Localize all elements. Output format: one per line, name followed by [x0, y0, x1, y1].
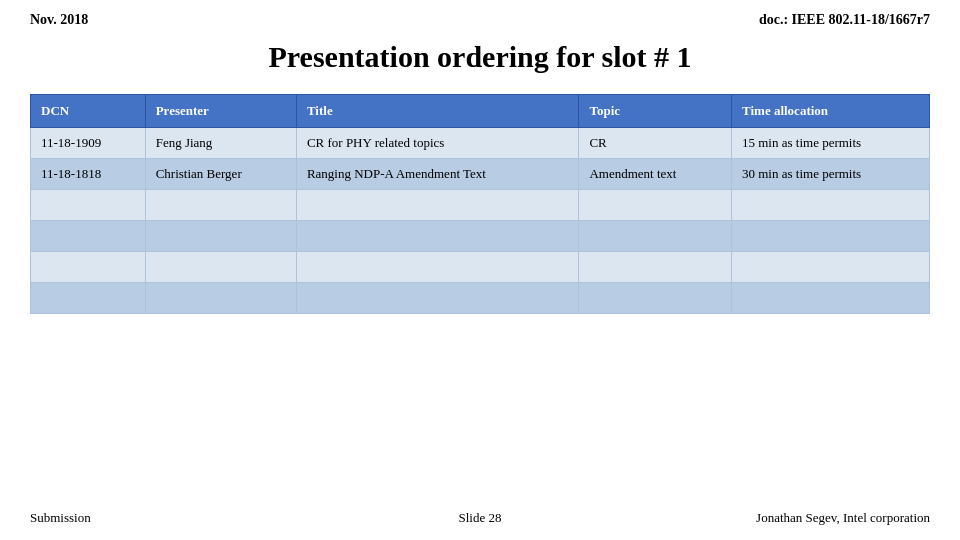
cell-title — [296, 252, 579, 283]
cell-time_allocation — [732, 283, 930, 314]
cell-time_allocation: 15 min as time permits — [732, 128, 930, 159]
cell-presenter: Feng Jiang — [145, 128, 296, 159]
cell-dcn — [31, 190, 146, 221]
table-row: 11-18-1909Feng JiangCR for PHY related t… — [31, 128, 930, 159]
cell-title: Ranging NDP-A Amendment Text — [296, 159, 579, 190]
cell-presenter: Christian Berger — [145, 159, 296, 190]
cell-presenter — [145, 283, 296, 314]
cell-presenter — [145, 190, 296, 221]
col-header-dcn: DCN — [31, 95, 146, 128]
header-left: Nov. 2018 — [30, 12, 88, 28]
main-table-container: DCN Presenter Title Topic Time allocatio… — [30, 94, 930, 314]
col-header-presenter: Presenter — [145, 95, 296, 128]
cell-presenter — [145, 221, 296, 252]
table-row: 11-18-1818Christian BergerRanging NDP-A … — [31, 159, 930, 190]
table-row — [31, 190, 930, 221]
cell-dcn — [31, 252, 146, 283]
footer-left: Submission — [30, 510, 91, 526]
table-row — [31, 283, 930, 314]
page-title: Presentation ordering for slot # 1 — [0, 40, 960, 74]
col-header-time: Time allocation — [732, 95, 930, 128]
footer-right: Jonathan Segev, Intel corporation — [756, 510, 930, 526]
table-header-row: DCN Presenter Title Topic Time allocatio… — [31, 95, 930, 128]
cell-title — [296, 221, 579, 252]
cell-title: CR for PHY related topics — [296, 128, 579, 159]
cell-title — [296, 283, 579, 314]
presentation-table: DCN Presenter Title Topic Time allocatio… — [30, 94, 930, 314]
cell-time_allocation — [732, 252, 930, 283]
table-row — [31, 252, 930, 283]
cell-dcn: 11-18-1909 — [31, 128, 146, 159]
cell-title — [296, 190, 579, 221]
cell-topic — [579, 221, 732, 252]
cell-dcn: 11-18-1818 — [31, 159, 146, 190]
cell-topic — [579, 283, 732, 314]
cell-time_allocation — [732, 221, 930, 252]
footer-center: Slide 28 — [459, 510, 502, 526]
cell-time_allocation — [732, 190, 930, 221]
header-right: doc.: IEEE 802.11-18/1667r7 — [759, 12, 930, 28]
cell-topic — [579, 252, 732, 283]
cell-dcn — [31, 221, 146, 252]
col-header-topic: Topic — [579, 95, 732, 128]
cell-topic: Amendment text — [579, 159, 732, 190]
cell-presenter — [145, 252, 296, 283]
cell-time_allocation: 30 min as time permits — [732, 159, 930, 190]
table-row — [31, 221, 930, 252]
cell-topic: CR — [579, 128, 732, 159]
cell-dcn — [31, 283, 146, 314]
col-header-title: Title — [296, 95, 579, 128]
cell-topic — [579, 190, 732, 221]
